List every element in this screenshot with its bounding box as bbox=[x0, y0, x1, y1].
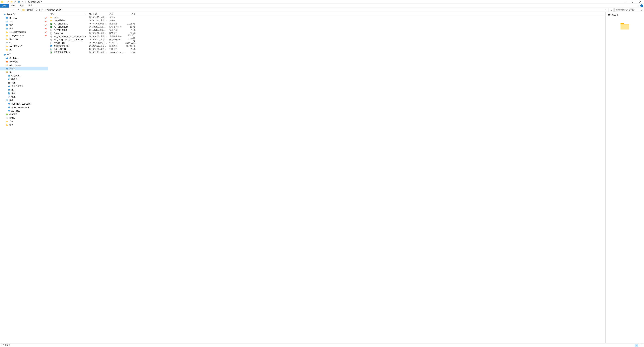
ribbon-tab-view[interactable]: 查看 bbox=[26, 4, 35, 7]
checkmark-icon[interactable] bbox=[6, 0, 9, 3]
sidebar-quick-item[interactable]: win7重装win7 bbox=[0, 44, 48, 48]
column-size[interactable]: 大小 bbox=[126, 12, 138, 15]
ribbon-tab-file[interactable]: 文件 bbox=[0, 4, 9, 7]
file-type: GHO 文件 bbox=[107, 41, 126, 44]
sidebar-software-folder[interactable]: 软件 bbox=[0, 120, 48, 123]
ribbon-tab-home[interactable]: 主页 bbox=[9, 4, 18, 7]
document-icon bbox=[8, 92, 10, 95]
breadcrumb-item[interactable]: 此电脑 bbox=[27, 8, 34, 11]
file-type: 文件夹 bbox=[107, 19, 126, 22]
pin-icon: 📌 bbox=[44, 17, 46, 19]
folder-icon bbox=[6, 124, 8, 126]
sidebar-desktop-item[interactable]: 库 bbox=[0, 70, 48, 74]
sidebar-network-item[interactable]: DESKTOP-LSSOEDP bbox=[0, 102, 48, 106]
nav-forward-button[interactable] bbox=[6, 8, 10, 12]
sidebar-desktop-root[interactable]: 桌面 bbox=[0, 53, 48, 56]
search-icon[interactable] bbox=[640, 9, 642, 11]
sidebar-quick-item[interactable]: 图片 bbox=[0, 48, 48, 51]
file-row[interactable]: AUTORUN.INF2015/5/10, 星期日 02...安装信息1 KB bbox=[48, 28, 606, 32]
nav-back-button[interactable] bbox=[1, 8, 5, 12]
view-large-icons-button[interactable] bbox=[639, 344, 642, 347]
sidebar-network-item[interactable]: ZMT2019 bbox=[0, 109, 48, 113]
refresh-button[interactable] bbox=[610, 8, 614, 12]
sidebar-quick-item[interactable]: Bandicam bbox=[0, 37, 48, 41]
folder-small-icon[interactable] bbox=[10, 0, 13, 3]
file-row[interactable]: Win7x64.gho2019/9/7, 星期六 19:...GHO 文件2,9… bbox=[48, 41, 606, 44]
chevron-right-icon[interactable]: › bbox=[25, 9, 27, 11]
svg-rect-17 bbox=[6, 71, 7, 73]
sidebar-library-item[interactable]: 保存的图片 bbox=[0, 74, 48, 77]
column-name[interactable]: 名称▲ bbox=[48, 12, 87, 15]
view-details-button[interactable] bbox=[634, 344, 638, 347]
ribbon-expand-icon[interactable] bbox=[637, 5, 639, 6]
file-type: ICO 图片文件 bbox=[107, 25, 126, 28]
sidebar-library-item[interactable]: 文档 bbox=[0, 91, 48, 95]
file-type: 光盘映像文件 bbox=[107, 35, 126, 38]
sidebar-quick-item[interactable]: 下载📌 bbox=[0, 20, 48, 23]
svg-point-21 bbox=[8, 75, 9, 76]
sidebar-library-item[interactable]: 音乐 bbox=[0, 95, 48, 99]
file-row[interactable]: Tools2020/12/25, 星期五 1...文件夹 bbox=[48, 16, 606, 19]
window-title: Win7x64_2020 bbox=[28, 1, 42, 3]
nav-recent-dropdown[interactable] bbox=[11, 8, 15, 12]
file-row[interactable]: 硬盘安装教程.html2016/11/21, 星期一 2...360 se HT… bbox=[48, 51, 606, 54]
qat-dropdown-icon[interactable] bbox=[21, 0, 24, 3]
file-row[interactable]: U盘安装教程2020/12/25, 星期五 1...文件夹 bbox=[48, 19, 606, 22]
maximize-button[interactable] bbox=[628, 0, 636, 4]
svg-point-52 bbox=[51, 52, 52, 53]
sidebar-quick-item[interactable]: excel表格制作求和📌 bbox=[0, 30, 48, 34]
help-icon[interactable]: ? bbox=[640, 4, 643, 7]
control-panel-icon bbox=[6, 113, 8, 116]
file-row[interactable]: AUTORUN.ICO2015/5/10, 星期日 02...ICO 图片文件1… bbox=[48, 25, 606, 28]
ribbon-tab-share[interactable]: 共享 bbox=[18, 4, 26, 7]
sidebar-network[interactable]: 网络 bbox=[0, 99, 48, 102]
sidebar-label: 桌面 bbox=[7, 53, 11, 56]
file-row[interactable]: AUTORUN.EXE2016/1/8, 星期五 04:...应用程序1,926… bbox=[48, 22, 606, 25]
sidebar-desktop-item[interactable]: Administrator bbox=[0, 63, 48, 67]
close-button[interactable] bbox=[636, 0, 644, 4]
column-type[interactable]: 类型 bbox=[107, 12, 126, 15]
address-dropdown-icon[interactable] bbox=[604, 9, 607, 10]
minimize-button[interactable] bbox=[621, 0, 628, 4]
breadcrumb[interactable]: › 此电脑 › 文档 (E:) › Win7x64_2020 › bbox=[21, 8, 608, 12]
sidebar-library-item[interactable]: 图片 bbox=[0, 88, 48, 91]
file-row[interactable]: 本地硬盘安装.exe2020/10/12, 星期一 1...应用程序28,315… bbox=[48, 44, 606, 48]
search-box[interactable] bbox=[614, 8, 643, 12]
file-list[interactable]: 名称▲ 修改日期 类型 大小 Tools2020/12/25, 星期五 1...… bbox=[48, 12, 606, 343]
sidebar-item-label: 文档 bbox=[12, 92, 16, 95]
file-name: U盘安装教程 bbox=[54, 19, 87, 22]
nav-up-button[interactable] bbox=[16, 8, 20, 12]
sidebar-desktop-item[interactable]: WWPS网盘 bbox=[0, 60, 48, 63]
sidebar-library-item[interactable]: 视频 bbox=[0, 81, 48, 84]
close-grey-icon[interactable] bbox=[14, 0, 16, 3]
file-row[interactable]: pe_yqs_xp_20_07_31_15_53.iso2020/10/12, … bbox=[48, 38, 606, 41]
sidebar-item-label: ZMT2019 bbox=[12, 110, 20, 112]
sidebar-quick-item[interactable]: Desktop📌 bbox=[0, 16, 48, 20]
chevron-right-icon[interactable]: › bbox=[45, 9, 46, 11]
sidebar-item-label: Bandicam bbox=[10, 38, 18, 40]
sidebar-library-item[interactable]: 天翼云盘下载 bbox=[0, 84, 48, 88]
sidebar-library-item[interactable]: 本机照片 bbox=[0, 77, 48, 81]
sidebar-quick-item[interactable]: G:\ bbox=[0, 41, 48, 44]
search-input[interactable] bbox=[616, 9, 640, 11]
sidebar-desktop-item[interactable]: OneDrive bbox=[0, 56, 48, 60]
chevron-right-icon[interactable]: › bbox=[62, 9, 63, 11]
desktop-icon bbox=[6, 17, 8, 19]
chevron-right-icon[interactable]: › bbox=[34, 9, 36, 11]
sidebar-files-folder[interactable]: 文件 bbox=[0, 123, 48, 127]
sidebar-quick-item[interactable]: 图片📌 bbox=[0, 27, 48, 30]
sidebar-recycle[interactable]: 回收站 bbox=[0, 116, 48, 120]
breadcrumb-item[interactable]: Win7x64_2020 bbox=[47, 9, 61, 11]
file-date: 2020/10/12, 星期一 1... bbox=[87, 38, 107, 41]
sidebar-quick-item[interactable]: YUNQISHI2019📌 bbox=[0, 34, 48, 37]
iso-icon bbox=[50, 38, 53, 41]
breadcrumb-item[interactable]: 文档 (E:) bbox=[36, 8, 44, 11]
file-row[interactable]: 光盘说明.TXT2016/10/23, 星期日 0...TXT 文件5 KB bbox=[48, 48, 606, 51]
sidebar-quick-item[interactable]: 文档📌 bbox=[0, 23, 48, 27]
navigation-pane[interactable]: 快速访问 Desktop📌下载📌文档📌图片📌excel表格制作求和📌YUNQIS… bbox=[0, 12, 48, 343]
sidebar-network-item[interactable]: PC-20190530OBLA bbox=[0, 106, 48, 109]
sidebar-control-panel[interactable]: 控制面板 bbox=[0, 113, 48, 116]
sidebar-quick-access[interactable]: 快速访问 bbox=[0, 13, 48, 16]
column-date[interactable]: 修改日期 bbox=[87, 12, 107, 15]
sidebar-desktop-item[interactable]: 此电脑 bbox=[0, 67, 48, 70]
